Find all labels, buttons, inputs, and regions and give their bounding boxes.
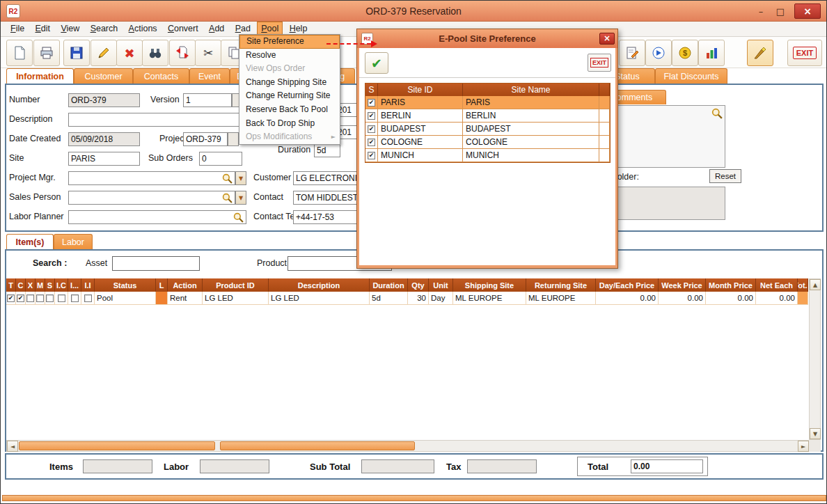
returning-site-cell[interactable]: ML EUROPE (526, 292, 596, 305)
table-row[interactable]: ✔ ✔ Pool Rent LG LED LG LED 5d 30 Day ML… (6, 292, 808, 305)
save-button[interactable] (63, 40, 90, 66)
checkbox[interactable]: ✔ (368, 112, 375, 120)
site-field[interactable]: PARIS (68, 152, 140, 166)
menu-view[interactable]: View (56, 22, 84, 36)
site-checkbox-cell[interactable]: ✔ (365, 149, 378, 162)
menu-item-back-to-drop-ship[interactable]: Back To Drop Ship (239, 117, 340, 131)
column-header[interactable]: Net Each (756, 278, 798, 292)
site-id-cell[interactable]: BERLIN (378, 109, 463, 123)
column-header[interactable]: Duration (370, 278, 408, 292)
column-header[interactable]: Shipping Site (453, 278, 526, 292)
table-cell[interactable] (45, 292, 55, 305)
checkbox[interactable] (46, 294, 54, 302)
financials-button[interactable]: $ (672, 40, 698, 66)
close-button[interactable]: × (794, 3, 821, 19)
menu-search[interactable]: Search (86, 22, 123, 36)
table-cell[interactable] (81, 292, 95, 305)
table-cell[interactable] (55, 292, 68, 305)
dialog-close-button[interactable]: × (599, 33, 615, 45)
dialog-confirm-button[interactable]: ✔ (365, 52, 388, 74)
table-cell[interactable] (26, 292, 36, 305)
column-header-s[interactable]: S (365, 84, 378, 96)
site-id-cell[interactable]: MUNICH (378, 149, 463, 162)
column-header[interactable]: L (156, 278, 168, 292)
checkbox[interactable]: ✔ (17, 294, 24, 302)
search-icon[interactable] (222, 193, 233, 205)
maximize-button[interactable]: □ (772, 4, 789, 18)
column-header[interactable]: Tot... (798, 278, 808, 292)
duration-cell[interactable]: 5d (370, 292, 408, 305)
site-name-cell[interactable]: BUDAPEST (463, 123, 599, 136)
column-header[interactable]: Week Price (659, 278, 706, 292)
column-header[interactable]: M (36, 278, 45, 292)
dialog-titlebar[interactable]: R2 E-Pool Site Preference × (357, 29, 617, 48)
tab-labor[interactable]: Labor (54, 234, 93, 249)
site-name-cell[interactable]: BERLIN (463, 109, 599, 123)
tab-contacts[interactable]: Contacts (133, 68, 189, 84)
project-mgr-field[interactable] (68, 171, 235, 185)
total-field[interactable]: 0.00 (631, 459, 703, 473)
site-row-berlin[interactable]: ✔ BERLIN BERLIN (365, 109, 610, 123)
column-header[interactable]: Day/Each Price (596, 278, 659, 292)
checkbox[interactable]: ✔ (368, 152, 375, 159)
site-row-paris[interactable]: ✔ PARIS PARIS (365, 96, 610, 109)
column-header[interactable]: Product ID (203, 278, 269, 292)
exit-button[interactable]: EXIT (787, 40, 822, 66)
menu-pad[interactable]: Pad (231, 22, 255, 36)
column-header[interactable]: T (6, 278, 16, 292)
site-checkbox-cell[interactable]: ✔ (365, 109, 378, 123)
wand-button[interactable] (747, 40, 773, 66)
number-field[interactable]: ORD-379 (68, 93, 140, 107)
reset-button[interactable]: Reset (709, 169, 741, 183)
site-checkbox-cell[interactable]: ✔ (365, 123, 378, 136)
action-cell[interactable]: Rent (168, 292, 203, 305)
qty-cell[interactable]: 30 (408, 292, 429, 305)
scrollbar-thumb[interactable] (19, 441, 215, 450)
column-header[interactable]: I... (68, 278, 81, 292)
checkbox[interactable]: ✔ (7, 294, 15, 302)
menu-item-change-returning-site[interactable]: Change Returning Site (239, 89, 340, 103)
column-header[interactable]: Action (168, 278, 203, 292)
find-button[interactable] (142, 40, 168, 66)
week-price-cell[interactable]: 0.00 (659, 292, 706, 305)
site-name-cell[interactable]: COLOGNE (463, 136, 599, 149)
project-field[interactable]: ORD-379 (183, 132, 228, 146)
menu-item-site-preference[interactable]: Site Preference (239, 35, 340, 49)
minimize-button[interactable]: – (753, 4, 769, 18)
labor-planner-field[interactable] (68, 210, 246, 224)
column-header[interactable]: C (16, 278, 26, 292)
project-mgr-dropdown-button[interactable]: ▼ (235, 171, 246, 185)
column-header[interactable]: Unit (429, 278, 453, 292)
net-each-cell[interactable]: 0.00 (756, 292, 798, 305)
checkbox[interactable]: ✔ (368, 125, 375, 133)
tab-flat-discounts[interactable]: Flat Discounts (655, 68, 727, 84)
checkbox[interactable]: ✔ (368, 139, 375, 146)
tab-information[interactable]: Information (6, 68, 74, 84)
menu-edit[interactable]: Edit (31, 22, 55, 36)
menu-item-reserve-back-to-pool[interactable]: Reserve Back To Pool (239, 103, 340, 117)
unit-cell[interactable]: Day (429, 292, 453, 305)
status-cell[interactable]: Pool (95, 292, 156, 305)
date-created-field[interactable]: 05/09/2018 (68, 132, 140, 146)
column-header[interactable]: I.C (55, 278, 68, 292)
site-row-budapest[interactable]: ✔ BUDAPEST BUDAPEST (365, 123, 610, 136)
checkbox[interactable] (58, 294, 65, 302)
total-cell[interactable] (798, 292, 808, 305)
table-cell[interactable] (68, 292, 81, 305)
site-checkbox-cell[interactable]: ✔ (365, 96, 378, 109)
table-cell[interactable]: ✔ (16, 292, 26, 305)
menu-actions[interactable]: Actions (125, 22, 162, 36)
forward-button[interactable] (645, 40, 672, 66)
day-each-price-cell[interactable]: 0.00 (596, 292, 659, 305)
site-id-cell[interactable]: BUDAPEST (378, 123, 463, 136)
column-header[interactable]: Status (95, 278, 156, 292)
new-order-button[interactable] (6, 40, 33, 66)
version-field[interactable]: 1 (183, 93, 232, 107)
project-browse-button[interactable] (228, 132, 239, 146)
checkbox[interactable]: ✔ (368, 99, 375, 107)
column-header-site-name[interactable]: Site Name (463, 84, 599, 96)
menu-convert[interactable]: Convert (164, 22, 203, 36)
menu-help[interactable]: Help (285, 22, 312, 36)
scrollbar-thumb[interactable] (220, 441, 415, 450)
edit-notes-button[interactable] (619, 40, 645, 66)
